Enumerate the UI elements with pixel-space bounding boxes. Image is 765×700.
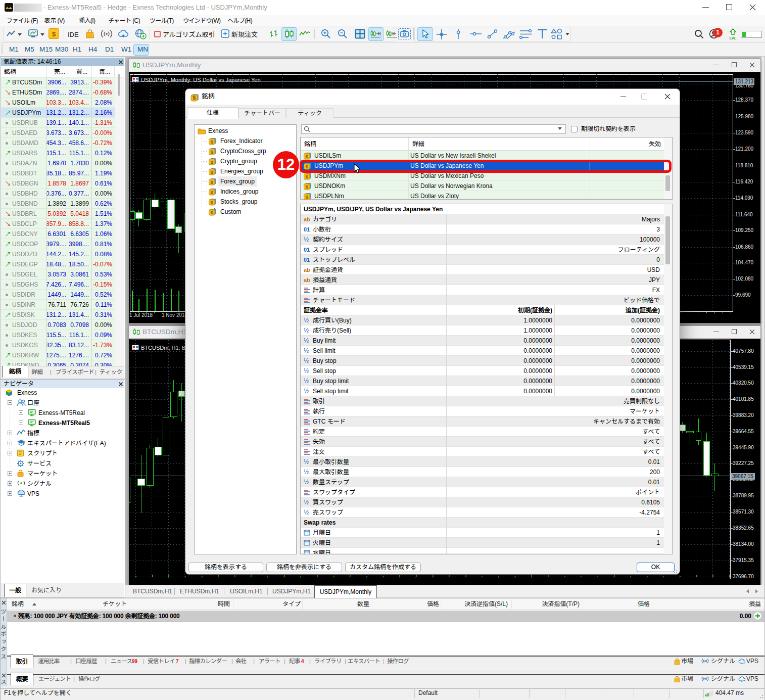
svg-text:$: $ xyxy=(306,154,308,159)
svg-text:$: $ xyxy=(193,95,196,101)
svg-text:$: $ xyxy=(211,210,213,215)
svg-text:$: $ xyxy=(211,160,213,165)
svg-text:$: $ xyxy=(211,180,213,185)
svg-text:$: $ xyxy=(211,139,213,145)
svg-text:$: $ xyxy=(306,184,308,190)
svg-text:$: $ xyxy=(211,190,213,195)
svg-text:$: $ xyxy=(306,174,308,179)
svg-text:LVL: LVL xyxy=(730,36,737,40)
svg-text:$: $ xyxy=(211,200,213,205)
svg-text:$: $ xyxy=(211,170,213,175)
svg-text:$: $ xyxy=(211,150,213,155)
svg-text:$: $ xyxy=(306,195,308,200)
